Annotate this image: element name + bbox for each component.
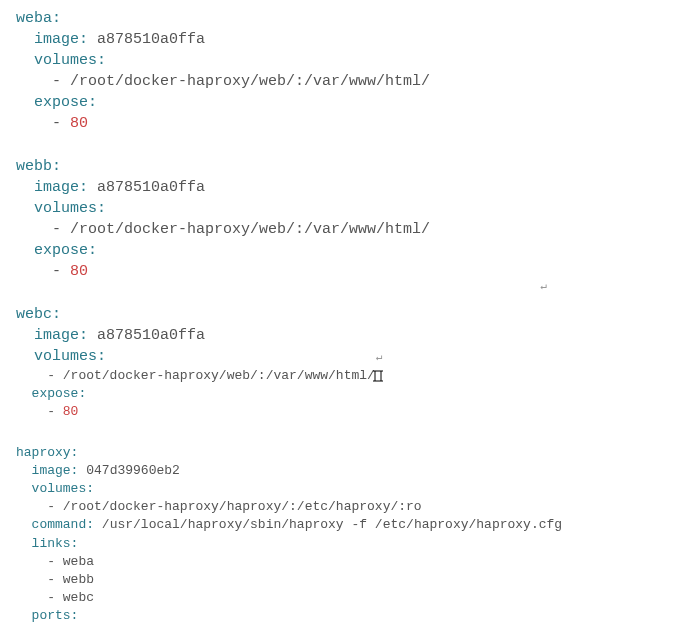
service-name: haproxy — [16, 445, 71, 460]
dash-icon: - — [47, 590, 63, 605]
dash-icon: - — [47, 404, 63, 419]
image-line: image: a878510a0ffa — [16, 177, 677, 198]
service-webc: webc: image: a878510a0ffa volumes:↵ - /r… — [16, 304, 677, 422]
return-icon: ↵ — [376, 350, 383, 365]
expose-item: - 80 — [16, 403, 677, 421]
link-item: - weba — [16, 553, 677, 571]
volumes-key-line: volumes: — [16, 480, 677, 498]
dash-icon: - — [52, 115, 70, 132]
dash-icon: - — [47, 368, 63, 383]
volumes-key-line: volumes: — [16, 50, 677, 71]
volume-item: - /root/docker-haproxy/web/:/var/www/htm… — [16, 71, 677, 92]
service-name: webc — [16, 306, 52, 323]
service-name-line: webb: — [16, 156, 677, 177]
expose-key-line: expose: — [16, 92, 677, 113]
dash-icon: - — [47, 499, 63, 514]
service-name-line: weba: — [16, 8, 677, 29]
service-weba: weba: image: a878510a0ffa volumes: - /ro… — [16, 8, 677, 134]
service-name-line: haproxy: — [16, 444, 677, 462]
expose-key-line: expose: — [16, 385, 677, 403]
volume-item: - /root/docker-haproxy/haproxy/:/etc/hap… — [16, 498, 677, 516]
dash-icon: - — [52, 73, 70, 90]
dash-icon: - — [47, 572, 63, 587]
image-line: image: 047d39960eb2 — [16, 462, 677, 480]
image-line: image: a878510a0ffa — [16, 29, 677, 50]
expose-item: - 80 — [16, 261, 677, 282]
volumes-key-line: volumes:↵ — [16, 346, 677, 367]
expose-key-line: expose: — [16, 240, 677, 261]
volume-item: - /root/docker-haproxy/web/:/var/www/htm… — [16, 367, 677, 385]
links-key-line: links: — [16, 535, 677, 553]
volume-item: - /root/docker-haproxy/web/:/var/www/htm… — [16, 219, 677, 240]
return-icon: ↵ — [540, 279, 547, 294]
image-line: image: a878510a0ffa — [16, 325, 677, 346]
dash-icon: - — [52, 263, 70, 280]
command-line: command: /usr/local/haproxy/sbin/haproxy… — [16, 516, 677, 534]
volumes-key-line: volumes: — [16, 198, 677, 219]
link-item: - webb — [16, 571, 677, 589]
dash-icon: - — [52, 221, 70, 238]
service-name: webb — [16, 158, 52, 175]
service-haproxy: haproxy: image: 047d39960eb2 volumes: - … — [16, 444, 677, 623]
expose-item: - 80 — [16, 113, 677, 134]
service-webb: webb: image: a878510a0ffa volumes: - /ro… — [16, 156, 677, 282]
service-name: weba — [16, 10, 52, 27]
link-item: - webc — [16, 589, 677, 607]
dash-icon: - — [47, 554, 63, 569]
ports-key-line: ports: — [16, 607, 677, 623]
service-name-line: webc: — [16, 304, 677, 325]
